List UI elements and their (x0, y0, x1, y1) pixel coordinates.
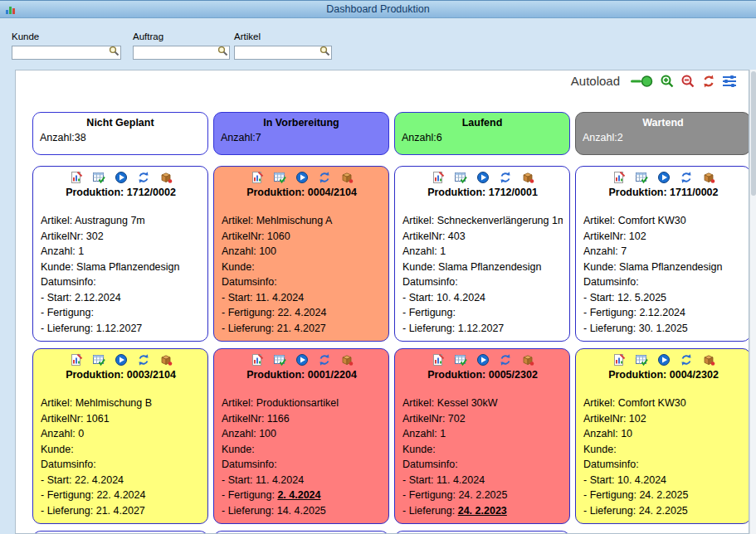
card-line: - Fertigung: 24. 2.2025 (583, 488, 744, 503)
production-card[interactable]: Produktion: 0005/2302 Artikel: Kessel 30… (394, 348, 570, 524)
card-line: Artikel: Schneckenverlängerung 1m (402, 213, 563, 229)
card-line: ArtikelNr: 1060 (222, 229, 382, 245)
card-spacer (402, 383, 563, 396)
report-icon[interactable] (251, 353, 264, 367)
card-line: Anzahl: 7 (583, 244, 744, 260)
start-icon[interactable] (295, 353, 309, 367)
process-icon[interactable] (499, 353, 512, 367)
material-icon[interactable] (702, 171, 715, 184)
production-card[interactable]: Produktion: 0004/2104 Artikel: Mehlmisch… (213, 166, 389, 342)
process-icon[interactable] (318, 353, 331, 367)
auftrag-input[interactable] (133, 46, 230, 60)
filter-auftrag: Auftrag (133, 32, 230, 60)
card-production-title: Produktion: 1712/0002 (41, 185, 201, 201)
scrollbar-thumb[interactable] (751, 71, 756, 196)
start-icon[interactable] (476, 353, 490, 367)
production-card[interactable]: Produktion: 1712/0001 Artikel: Schnecken… (394, 166, 570, 342)
card-production-title: Produktion: 0003/2104 (41, 367, 201, 383)
card-line: Datumsinfo: (41, 274, 201, 290)
checklist-icon[interactable] (635, 353, 648, 367)
material-icon[interactable] (702, 353, 715, 367)
start-icon[interactable] (295, 171, 309, 184)
start-icon[interactable] (657, 353, 671, 367)
start-icon[interactable] (657, 171, 671, 184)
card-line: - Start: 11. 4.2024 (222, 473, 382, 488)
card-line: ArtikelNr: 1166 (222, 411, 382, 427)
card-line: - Lieferung: 30. 1.2025 (583, 321, 744, 337)
material-icon[interactable] (340, 353, 354, 367)
card-line: ArtikelNr: 403 (402, 229, 563, 245)
refresh-icon[interactable] (701, 74, 716, 89)
checklist-icon[interactable] (273, 353, 286, 367)
filter-settings-icon[interactable] (722, 74, 737, 89)
card-production-title: Produktion: 0001/2204 (222, 367, 382, 383)
card-line: - Fertigung: 2.12.2024 (583, 305, 744, 321)
autoload-toggle-icon[interactable] (629, 75, 654, 88)
card-spacer (222, 383, 382, 396)
production-card[interactable]: Produktion: 1712/0002 Artikel: Austragun… (32, 166, 208, 342)
production-card[interactable]: Produktion: 0004/2302 Artikel: Comfort K… (575, 348, 749, 524)
card-line: - Lieferung: 1.12.2027 (41, 321, 201, 337)
card-production-title: Produktion: 0005/2302 (402, 367, 563, 383)
start-icon[interactable] (476, 171, 490, 184)
checklist-icon[interactable] (635, 171, 648, 184)
report-icon[interactable] (70, 171, 83, 184)
card-production-title: Produktion: 0004/2302 (583, 367, 744, 383)
checklist-icon[interactable] (273, 171, 286, 184)
search-icon[interactable] (109, 46, 119, 56)
process-icon[interactable] (499, 171, 512, 184)
process-icon[interactable] (137, 171, 150, 184)
search-icon[interactable] (319, 46, 330, 56)
kunde-input[interactable] (12, 46, 121, 60)
process-icon[interactable] (318, 171, 331, 184)
card-line: - Fertigung: 22. 4.2024 (41, 488, 201, 503)
start-icon[interactable] (115, 171, 128, 184)
process-icon[interactable] (137, 353, 150, 367)
card-line: - Fertigung: 22. 4.2024 (222, 305, 382, 321)
report-icon[interactable] (70, 353, 83, 367)
report-icon[interactable] (432, 171, 445, 184)
material-icon[interactable] (340, 171, 354, 184)
card-production-title: Produktion: 1711/0002 (583, 185, 744, 201)
card-line: ArtikelNr: 302 (41, 229, 201, 245)
production-card[interactable]: Produktion: 0001/2204 Artikel: Produktio… (213, 348, 389, 524)
report-icon[interactable] (432, 353, 445, 367)
zoom-in-icon[interactable] (660, 74, 675, 89)
report-icon[interactable] (251, 171, 264, 184)
material-icon[interactable] (521, 171, 534, 184)
column-title: Nicht Geplant (33, 117, 207, 129)
report-icon[interactable] (612, 353, 626, 367)
material-icon[interactable] (159, 353, 173, 367)
search-icon[interactable] (217, 46, 228, 56)
zoom-out-icon[interactable] (680, 74, 695, 89)
vertical-scrollbar[interactable] (749, 70, 756, 534)
material-icon[interactable] (159, 171, 173, 184)
checklist-icon[interactable] (454, 353, 467, 367)
kanban-board: Nicht Geplant Anzahl:38 (32, 112, 749, 534)
artikel-input[interactable] (234, 46, 332, 60)
card-line: ArtikelNr: 102 (583, 229, 744, 245)
card-line: Datumsinfo: (583, 274, 744, 290)
card-lines: Artikel: ProduktionsartikelArtikelNr: 11… (222, 396, 382, 518)
card-line: Kunde: (222, 442, 382, 458)
card-line: - Start: 10. 4.2024 (402, 290, 563, 306)
report-icon[interactable] (612, 171, 626, 184)
process-icon[interactable] (680, 171, 693, 184)
start-icon[interactable] (115, 353, 128, 367)
card-line: - Fertigung: 24. 2.2025 (402, 488, 563, 503)
card-line: Kunde: Slama Pflanzendesign (402, 260, 563, 275)
process-icon[interactable] (680, 353, 693, 367)
card-spacer (222, 201, 382, 213)
card-line: Anzahl: 1 (402, 426, 563, 442)
checklist-icon[interactable] (454, 171, 467, 184)
checklist-icon[interactable] (92, 171, 105, 184)
card-line: Kunde: Slama Pflanzendesign (41, 260, 201, 275)
card-toolbar (222, 352, 382, 367)
production-card[interactable]: Produktion: 1711/0002 Artikel: Comfort K… (575, 166, 749, 342)
production-card[interactable]: Produktion: 0003/2104 Artikel: Mehlmisch… (32, 348, 208, 524)
card-toolbar (41, 170, 201, 185)
column-count: Anzahl:7 (221, 132, 388, 143)
column-title: In Vorbereitung (214, 117, 388, 129)
checklist-icon[interactable] (92, 353, 105, 367)
material-icon[interactable] (521, 353, 534, 367)
